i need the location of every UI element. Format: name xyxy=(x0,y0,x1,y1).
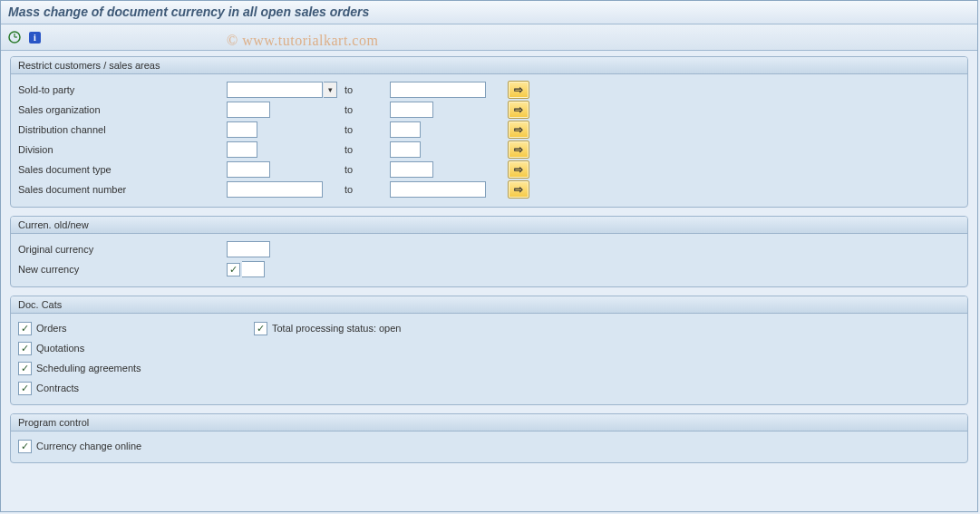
dist-channel-from-input[interactable] xyxy=(227,121,257,138)
label-doc-number: Sales document number xyxy=(18,184,227,195)
label-sold-to: Sold-to party xyxy=(18,84,227,95)
content: Restrict customers / sales areas Sold-to… xyxy=(1,51,977,470)
label-dist-channel: Distribution channel xyxy=(18,124,227,135)
multi-select-button[interactable]: ⇨ xyxy=(508,141,529,159)
check-contracts-row: Contracts xyxy=(18,379,254,397)
group-doc-cats-body: Orders Quotations Scheduling agreements … xyxy=(11,314,967,404)
label-quotations: Quotations xyxy=(36,343,84,354)
label-orig-currency: Original currency xyxy=(18,244,227,255)
page-title: Mass change of document currency in all … xyxy=(1,1,977,24)
check-online-row: Currency change online xyxy=(18,437,960,455)
label-contracts: Contracts xyxy=(36,383,79,393)
check-total-open-row: Total processing status: open xyxy=(254,319,401,337)
to-label: to xyxy=(344,104,390,115)
label-new-currency: New currency xyxy=(18,264,227,275)
new-currency-required-check[interactable] xyxy=(227,263,240,276)
label-doc-type: Sales document type xyxy=(18,164,227,175)
label-orders: Orders xyxy=(36,323,67,334)
group-currency-body: Original currency New currency xyxy=(11,234,967,286)
row-orig-currency: Original currency xyxy=(18,239,960,259)
division-to-input[interactable] xyxy=(390,141,421,158)
check-quotations[interactable] xyxy=(18,342,32,355)
row-division: Division to ⇨ xyxy=(18,140,960,160)
doc-cats-left: Orders Quotations Scheduling agreements … xyxy=(18,319,254,397)
label-sales-org: Sales organization xyxy=(18,104,227,115)
group-currency-title: Curren. old/new xyxy=(11,217,967,234)
check-orders-row: Orders xyxy=(18,319,254,337)
info-button[interactable]: i xyxy=(26,29,43,45)
f4-help-icon[interactable]: ▾ xyxy=(324,82,337,98)
orig-currency-input[interactable] xyxy=(227,241,270,257)
label-division: Division xyxy=(18,144,227,155)
group-program-control-title: Program control xyxy=(11,414,967,432)
row-doc-type: Sales document type to ⇨ xyxy=(18,160,960,179)
group-restrict-title: Restrict customers / sales areas xyxy=(11,57,967,74)
multi-select-button[interactable]: ⇨ xyxy=(508,101,529,119)
svg-text:i: i xyxy=(34,33,36,43)
check-contracts[interactable] xyxy=(18,382,32,395)
sales-org-from-input[interactable] xyxy=(227,102,270,118)
doc-cats-right: Total processing status: open xyxy=(254,319,401,397)
to-label: to xyxy=(344,144,390,155)
to-label: to xyxy=(344,184,390,195)
multi-select-button[interactable]: ⇨ xyxy=(508,121,529,139)
row-sold-to: Sold-to party ▾ to ⇨ xyxy=(18,80,960,100)
execute-button[interactable] xyxy=(6,29,23,45)
row-dist-channel: Distribution channel to ⇨ xyxy=(18,120,960,140)
app-window: Mass change of document currency in all … xyxy=(0,0,978,512)
multi-select-button[interactable]: ⇨ xyxy=(508,81,529,99)
row-sales-org: Sales organization to ⇨ xyxy=(18,100,960,120)
group-doc-cats-title: Doc. Cats xyxy=(11,296,967,314)
dist-channel-to-input[interactable] xyxy=(390,121,421,138)
to-label: to xyxy=(344,84,390,95)
check-sched[interactable] xyxy=(18,362,32,375)
sold-to-to-input[interactable] xyxy=(390,82,486,98)
to-label: to xyxy=(344,124,390,135)
check-sched-row: Scheduling agreements xyxy=(18,359,254,377)
new-currency-input[interactable] xyxy=(242,261,265,277)
multi-select-button[interactable]: ⇨ xyxy=(508,160,529,179)
label-online: Currency change online xyxy=(36,441,141,451)
row-doc-number: Sales document number to ⇨ xyxy=(18,179,960,199)
sales-org-to-input[interactable] xyxy=(390,102,433,118)
check-quotations-row: Quotations xyxy=(18,339,254,357)
group-restrict: Restrict customers / sales areas Sold-to… xyxy=(10,56,968,208)
group-currency: Curren. old/new Original currency New cu… xyxy=(10,216,968,287)
group-program-control-body: Currency change online xyxy=(11,432,967,462)
label-total-open: Total processing status: open xyxy=(272,323,401,334)
doc-number-to-input[interactable] xyxy=(390,181,486,198)
doc-type-to-input[interactable] xyxy=(390,161,433,178)
division-from-input[interactable] xyxy=(227,141,257,158)
doc-number-from-input[interactable] xyxy=(227,181,323,198)
group-doc-cats: Doc. Cats Orders Quotations Scheduling a… xyxy=(10,296,968,405)
group-program-control: Program control Currency change online xyxy=(10,413,968,463)
sold-to-from-input[interactable] xyxy=(227,82,323,98)
row-new-currency: New currency xyxy=(18,259,960,279)
check-online[interactable] xyxy=(18,440,32,453)
toolbar: i xyxy=(1,24,977,51)
doc-type-from-input[interactable] xyxy=(227,161,270,178)
check-orders[interactable] xyxy=(18,322,32,335)
group-restrict-body: Sold-to party ▾ to ⇨ Sales organization … xyxy=(11,74,967,207)
multi-select-button[interactable]: ⇨ xyxy=(508,180,529,199)
label-sched: Scheduling agreements xyxy=(36,363,141,373)
check-total-open[interactable] xyxy=(254,322,267,335)
to-label: to xyxy=(344,164,390,175)
